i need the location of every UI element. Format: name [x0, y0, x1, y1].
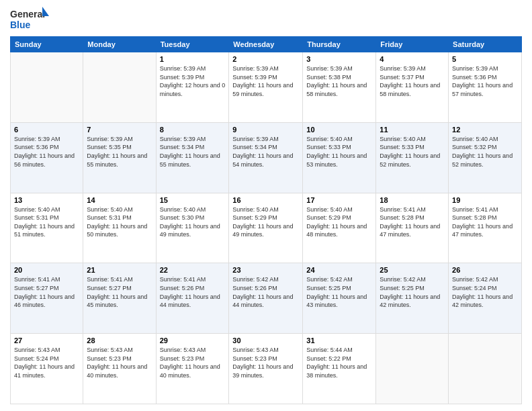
- calendar-cell: 25Sunrise: 5:42 AMSunset: 5:25 PMDayligh…: [376, 263, 449, 334]
- calendar-cell: 24Sunrise: 5:42 AMSunset: 5:25 PMDayligh…: [303, 263, 376, 334]
- logo-svg: GeneralBlue: [10, 7, 50, 31]
- day-number: 20: [14, 266, 79, 274]
- day-number: 12: [452, 126, 518, 134]
- day-number: 30: [232, 336, 299, 345]
- day-info: Sunrise: 5:41 AMSunset: 5:26 PMDaylight:…: [160, 275, 226, 309]
- day-info: Sunrise: 5:43 AMSunset: 5:24 PMDaylight:…: [14, 346, 79, 379]
- day-number: 5: [452, 55, 518, 63]
- logo: GeneralBlue: [10, 7, 50, 31]
- svg-text:General: General: [10, 9, 45, 19]
- day-info: Sunrise: 5:40 AMSunset: 5:30 PMDaylight:…: [160, 205, 226, 239]
- day-info: Sunrise: 5:39 AMSunset: 5:35 PMDaylight:…: [87, 135, 152, 169]
- calendar-cell: [449, 334, 522, 404]
- calendar-cell: 11Sunrise: 5:40 AMSunset: 5:33 PMDayligh…: [376, 122, 449, 193]
- day-info: Sunrise: 5:39 AMSunset: 5:36 PMDaylight:…: [452, 64, 518, 98]
- day-info: Sunrise: 5:40 AMSunset: 5:32 PMDaylight:…: [452, 135, 518, 169]
- calendar-week-row: 27Sunrise: 5:43 AMSunset: 5:24 PMDayligh…: [11, 334, 522, 404]
- calendar-cell: 3Sunrise: 5:39 AMSunset: 5:38 PMDaylight…: [303, 52, 376, 123]
- calendar-cell: 1Sunrise: 5:39 AMSunset: 5:39 PMDaylight…: [156, 52, 229, 123]
- header: GeneralBlue: [10, 7, 522, 31]
- weekday-header-saturday: Saturday: [449, 37, 522, 52]
- calendar-cell: [11, 52, 83, 123]
- calendar-header-row: SundayMondayTuesdayWednesdayThursdayFrid…: [11, 37, 522, 52]
- calendar-cell: 21Sunrise: 5:41 AMSunset: 5:27 PMDayligh…: [83, 263, 156, 334]
- day-number: 14: [87, 196, 152, 204]
- calendar-cell: 13Sunrise: 5:40 AMSunset: 5:31 PMDayligh…: [11, 193, 83, 263]
- day-info: Sunrise: 5:40 AMSunset: 5:33 PMDaylight:…: [306, 135, 372, 169]
- weekday-header-thursday: Thursday: [303, 37, 376, 52]
- svg-marker-2: [42, 7, 49, 16]
- calendar-cell: 6Sunrise: 5:39 AMSunset: 5:36 PMDaylight…: [11, 122, 83, 193]
- calendar-cell: 28Sunrise: 5:43 AMSunset: 5:23 PMDayligh…: [83, 334, 156, 404]
- calendar-cell: 7Sunrise: 5:39 AMSunset: 5:35 PMDaylight…: [83, 122, 156, 193]
- weekday-header-monday: Monday: [83, 37, 156, 52]
- day-info: Sunrise: 5:43 AMSunset: 5:23 PMDaylight:…: [160, 346, 226, 379]
- day-info: Sunrise: 5:42 AMSunset: 5:26 PMDaylight:…: [232, 275, 299, 309]
- day-number: 24: [306, 266, 372, 274]
- day-info: Sunrise: 5:39 AMSunset: 5:39 PMDaylight:…: [232, 64, 299, 98]
- day-number: 2: [232, 55, 299, 63]
- day-number: 18: [380, 196, 445, 204]
- calendar-cell: 14Sunrise: 5:40 AMSunset: 5:31 PMDayligh…: [83, 193, 156, 263]
- day-info: Sunrise: 5:43 AMSunset: 5:23 PMDaylight:…: [87, 346, 152, 379]
- day-number: 13: [14, 196, 79, 204]
- day-number: 7: [87, 126, 152, 134]
- day-number: 6: [14, 126, 79, 134]
- day-info: Sunrise: 5:39 AMSunset: 5:34 PMDaylight:…: [232, 135, 299, 169]
- calendar-cell: 29Sunrise: 5:43 AMSunset: 5:23 PMDayligh…: [156, 334, 229, 404]
- calendar-cell: 19Sunrise: 5:41 AMSunset: 5:28 PMDayligh…: [449, 193, 522, 263]
- calendar: SundayMondayTuesdayWednesdayThursdayFrid…: [10, 36, 522, 404]
- day-number: 4: [380, 55, 445, 63]
- day-number: 26: [452, 266, 518, 274]
- day-number: 28: [87, 336, 152, 345]
- day-info: Sunrise: 5:39 AMSunset: 5:37 PMDaylight:…: [380, 64, 445, 98]
- calendar-cell: 15Sunrise: 5:40 AMSunset: 5:30 PMDayligh…: [156, 193, 229, 263]
- calendar-cell: 10Sunrise: 5:40 AMSunset: 5:33 PMDayligh…: [303, 122, 376, 193]
- day-info: Sunrise: 5:39 AMSunset: 5:38 PMDaylight:…: [306, 64, 372, 98]
- calendar-cell: 9Sunrise: 5:39 AMSunset: 5:34 PMDaylight…: [229, 122, 303, 193]
- day-info: Sunrise: 5:43 AMSunset: 5:23 PMDaylight:…: [232, 346, 299, 379]
- calendar-cell: [376, 334, 449, 404]
- day-info: Sunrise: 5:42 AMSunset: 5:24 PMDaylight:…: [452, 275, 518, 309]
- day-number: 23: [232, 266, 299, 274]
- calendar-cell: 18Sunrise: 5:41 AMSunset: 5:28 PMDayligh…: [376, 193, 449, 263]
- day-number: 1: [160, 55, 226, 63]
- day-number: 25: [380, 266, 445, 274]
- day-info: Sunrise: 5:44 AMSunset: 5:22 PMDaylight:…: [306, 346, 372, 379]
- calendar-cell: 12Sunrise: 5:40 AMSunset: 5:32 PMDayligh…: [449, 122, 522, 193]
- day-info: Sunrise: 5:42 AMSunset: 5:25 PMDaylight:…: [306, 275, 372, 309]
- day-number: 16: [232, 196, 299, 204]
- day-number: 17: [306, 196, 372, 204]
- day-info: Sunrise: 5:39 AMSunset: 5:34 PMDaylight:…: [160, 135, 226, 169]
- calendar-cell: 16Sunrise: 5:40 AMSunset: 5:29 PMDayligh…: [229, 193, 303, 263]
- day-number: 11: [380, 126, 445, 134]
- day-info: Sunrise: 5:40 AMSunset: 5:31 PMDaylight:…: [14, 205, 79, 239]
- calendar-cell: 5Sunrise: 5:39 AMSunset: 5:36 PMDaylight…: [449, 52, 522, 123]
- day-info: Sunrise: 5:40 AMSunset: 5:33 PMDaylight:…: [380, 135, 445, 169]
- day-info: Sunrise: 5:40 AMSunset: 5:29 PMDaylight:…: [232, 205, 299, 239]
- weekday-header-sunday: Sunday: [11, 37, 83, 52]
- calendar-cell: [83, 52, 156, 123]
- calendar-cell: 30Sunrise: 5:43 AMSunset: 5:23 PMDayligh…: [229, 334, 303, 404]
- day-number: 19: [452, 196, 518, 204]
- day-number: 27: [14, 336, 79, 345]
- day-info: Sunrise: 5:39 AMSunset: 5:39 PMDaylight:…: [160, 64, 226, 98]
- day-info: Sunrise: 5:41 AMSunset: 5:28 PMDaylight:…: [452, 205, 518, 239]
- calendar-cell: 4Sunrise: 5:39 AMSunset: 5:37 PMDaylight…: [376, 52, 449, 123]
- day-info: Sunrise: 5:40 AMSunset: 5:29 PMDaylight:…: [306, 205, 372, 239]
- calendar-cell: 23Sunrise: 5:42 AMSunset: 5:26 PMDayligh…: [229, 263, 303, 334]
- calendar-week-row: 13Sunrise: 5:40 AMSunset: 5:31 PMDayligh…: [11, 193, 522, 263]
- weekday-header-friday: Friday: [376, 37, 449, 52]
- svg-text:Blue: Blue: [10, 19, 31, 30]
- calendar-cell: 31Sunrise: 5:44 AMSunset: 5:22 PMDayligh…: [303, 334, 376, 404]
- day-number: 9: [232, 126, 299, 134]
- calendar-cell: 17Sunrise: 5:40 AMSunset: 5:29 PMDayligh…: [303, 193, 376, 263]
- day-info: Sunrise: 5:42 AMSunset: 5:25 PMDaylight:…: [380, 275, 445, 309]
- calendar-week-row: 1Sunrise: 5:39 AMSunset: 5:39 PMDaylight…: [11, 52, 522, 123]
- day-info: Sunrise: 5:40 AMSunset: 5:31 PMDaylight:…: [87, 205, 152, 239]
- day-number: 8: [160, 126, 226, 134]
- calendar-cell: 8Sunrise: 5:39 AMSunset: 5:34 PMDaylight…: [156, 122, 229, 193]
- day-info: Sunrise: 5:39 AMSunset: 5:36 PMDaylight:…: [14, 135, 79, 169]
- day-number: 10: [306, 126, 372, 134]
- calendar-cell: 2Sunrise: 5:39 AMSunset: 5:39 PMDaylight…: [229, 52, 303, 123]
